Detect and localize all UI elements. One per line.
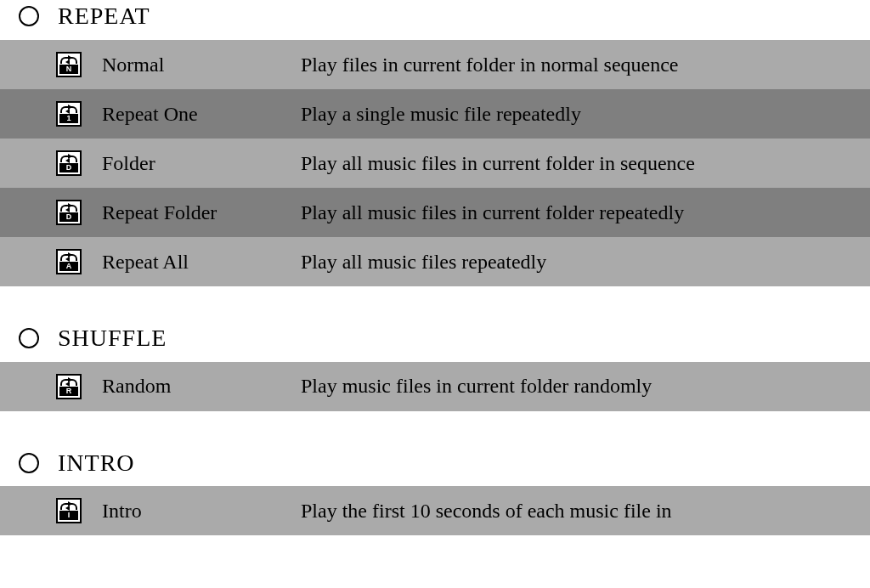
- option-row-intro-0[interactable]: IIntroPlay the first 10 seconds of each …: [0, 486, 870, 535]
- mode-icon-repeat-3: D: [56, 200, 102, 225]
- loop-icon-letter: 1: [66, 115, 71, 122]
- option-row-repeat-4[interactable]: ARepeat AllPlay all music files repeated…: [0, 237, 870, 286]
- option-label: Intro: [102, 500, 301, 522]
- loop-icon: N: [56, 52, 82, 77]
- section-shuffle: SHUFFLERRandomPlay music files in curren…: [0, 322, 870, 411]
- option-row-shuffle-0[interactable]: RRandomPlay music files in current folde…: [0, 362, 870, 411]
- option-description: Play files in current folder in normal s…: [301, 54, 862, 76]
- radio-repeat[interactable]: [19, 6, 39, 26]
- loop-icon-letter: A: [66, 263, 72, 270]
- mode-icon-repeat-1: 1: [56, 101, 102, 127]
- option-description: Play music files in current folder rando…: [301, 375, 862, 397]
- option-row-repeat-1[interactable]: 1Repeat OnePlay a single music file repe…: [0, 89, 870, 139]
- loop-icon: D: [56, 150, 82, 176]
- loop-icon: 1: [56, 101, 82, 127]
- loop-icon-letter: D: [66, 213, 72, 221]
- section-repeat: REPEATNNormalPlay files in current folde…: [0, 0, 870, 286]
- section-intro: INTROIIntroPlay the first 10 seconds of …: [0, 447, 870, 536]
- mode-icon-shuffle-0: R: [56, 374, 102, 399]
- rows-intro: IIntroPlay the first 10 seconds of each …: [0, 486, 870, 535]
- loop-icon-letter: I: [68, 512, 71, 519]
- rows-shuffle: RRandomPlay music files in current folde…: [0, 362, 870, 411]
- option-description: Play all music files repeatedly: [301, 251, 862, 273]
- option-label: Repeat Folder: [102, 201, 301, 223]
- option-row-repeat-2[interactable]: DFolderPlay all music files in current f…: [0, 139, 870, 188]
- mode-icon-repeat-2: D: [56, 150, 102, 176]
- loop-icon: D: [56, 200, 82, 225]
- option-label: Repeat One: [102, 103, 301, 125]
- mode-icon-repeat-4: A: [56, 249, 102, 274]
- option-description: Play all music files in current folder r…: [301, 201, 862, 223]
- section-title-repeat: REPEAT: [58, 3, 150, 30]
- loop-icon-letter: N: [66, 65, 72, 73]
- mode-icon-intro-0: I: [56, 498, 102, 523]
- option-label: Folder: [102, 152, 301, 174]
- option-description: Play a single music file repeatedly: [301, 103, 862, 125]
- section-title-shuffle: SHUFFLE: [58, 325, 167, 352]
- option-description: Play the first 10 seconds of each music …: [301, 500, 862, 522]
- loop-icon: A: [56, 249, 82, 274]
- option-label: Random: [102, 375, 301, 397]
- loop-icon: R: [56, 374, 82, 399]
- option-description: Play all music files in current folder i…: [301, 152, 862, 174]
- radio-shuffle[interactable]: [19, 328, 39, 348]
- loop-icon-letter: D: [66, 164, 72, 172]
- mode-icon-repeat-0: N: [56, 52, 102, 77]
- section-header-shuffle: SHUFFLE: [0, 322, 870, 362]
- loop-icon: I: [56, 498, 82, 523]
- section-title-intro: INTRO: [58, 450, 135, 477]
- loop-icon-letter: R: [66, 387, 72, 395]
- option-label: Normal: [102, 54, 301, 76]
- option-row-repeat-0[interactable]: NNormalPlay files in current folder in n…: [0, 40, 870, 89]
- rows-repeat: NNormalPlay files in current folder in n…: [0, 40, 870, 286]
- section-header-intro: INTRO: [0, 447, 870, 487]
- option-label: Repeat All: [102, 251, 301, 273]
- section-header-repeat: REPEAT: [0, 0, 870, 40]
- option-row-repeat-3[interactable]: DRepeat FolderPlay all music files in cu…: [0, 188, 870, 237]
- radio-intro[interactable]: [19, 453, 39, 473]
